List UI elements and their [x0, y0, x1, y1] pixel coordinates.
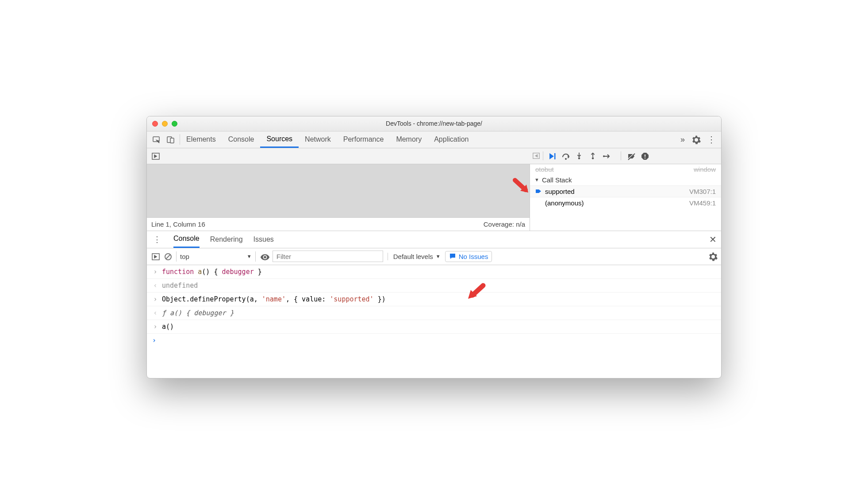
- tab-memory[interactable]: Memory: [390, 131, 428, 148]
- clear-console-icon[interactable]: [164, 252, 172, 260]
- log-levels-select[interactable]: Default levels ▼: [388, 253, 441, 260]
- console-input-line: › Object.defineProperty(a, 'name', { val…: [147, 293, 721, 306]
- sources-content: Line 1, Column 16 Coverage: n/a otobutwi…: [147, 164, 721, 231]
- show-navigator-icon[interactable]: [151, 152, 159, 160]
- current-frame-arrow-icon: [535, 188, 542, 194]
- inspect-icon[interactable]: [152, 135, 160, 143]
- input-chevron-icon: ›: [152, 295, 158, 303]
- svg-point-8: [592, 157, 594, 159]
- call-stack-frame-1[interactable]: (anonymous) VM459:1: [530, 197, 721, 208]
- tab-elements[interactable]: Elements: [180, 131, 222, 148]
- svg-point-6: [565, 158, 567, 160]
- resume-icon[interactable]: [548, 152, 556, 160]
- drawer-menu-icon[interactable]: ⋮: [151, 235, 163, 244]
- devtools-window: DevTools - chrome://new-tab-page/ Elemen…: [146, 116, 722, 378]
- minimize-window-button[interactable]: [162, 121, 168, 127]
- sources-toolbar: [147, 148, 721, 164]
- pause-exceptions-icon[interactable]: [641, 152, 649, 160]
- coverage-status: Coverage: n/a: [484, 220, 525, 228]
- source-status-bar: Line 1, Column 16 Coverage: n/a: [147, 217, 530, 231]
- source-editor-area: Line 1, Column 16 Coverage: n/a: [147, 164, 530, 231]
- step-out-icon[interactable]: [589, 152, 597, 160]
- drawer-tab-rendering[interactable]: Rendering: [210, 231, 243, 248]
- speech-bubble-icon: [449, 253, 456, 260]
- settings-gear-icon[interactable]: [692, 135, 700, 143]
- issues-indicator[interactable]: No Issues: [445, 251, 492, 262]
- live-expression-icon[interactable]: [260, 252, 268, 260]
- call-stack-frame-0[interactable]: supported VM307:1: [530, 185, 721, 197]
- svg-point-7: [578, 157, 580, 159]
- tab-performance[interactable]: Performance: [337, 131, 390, 148]
- zoom-window-button[interactable]: [172, 121, 177, 127]
- svg-point-9: [603, 155, 605, 157]
- console-input-line: › a(): [147, 320, 721, 334]
- titlebar: DevTools - chrome://new-tab-page/: [147, 116, 721, 131]
- tab-sources[interactable]: Sources: [260, 131, 299, 148]
- dropdown-triangle-icon: ▼: [247, 254, 252, 259]
- close-window-button[interactable]: [152, 121, 158, 127]
- tab-application[interactable]: Application: [428, 131, 475, 148]
- tab-console[interactable]: Console: [222, 131, 261, 148]
- result-chevron-icon: ›: [152, 309, 158, 317]
- console-toolbar: top ▼ Default levels ▼ No Issues: [147, 248, 721, 265]
- live-input-chevron-icon: ›: [152, 336, 156, 344]
- console-result-line: › undefined: [147, 279, 721, 293]
- svg-rect-12: [645, 154, 645, 157]
- step-into-icon[interactable]: [575, 152, 583, 160]
- step-icon[interactable]: [603, 152, 611, 160]
- input-chevron-icon: ›: [152, 323, 158, 331]
- debugger-panel: otobutwindow ▼ Call Stack supported VM30…: [530, 164, 721, 231]
- input-chevron-icon: ›: [152, 268, 158, 276]
- show-debugger-icon[interactable]: [532, 152, 540, 160]
- execution-context-select[interactable]: top ▼: [176, 251, 256, 262]
- window-title: DevTools - chrome://new-tab-page/: [147, 120, 721, 127]
- tab-network[interactable]: Network: [299, 131, 337, 148]
- console-result-line: › ƒ a() { debugger }: [147, 306, 721, 320]
- result-chevron-icon: ›: [152, 282, 158, 289]
- step-over-icon[interactable]: [561, 152, 569, 160]
- drawer-close-icon[interactable]: ✕: [709, 234, 717, 245]
- cursor-position: Line 1, Column 16: [151, 220, 205, 228]
- truncated-row: otobutwindow: [530, 164, 721, 174]
- drawer-tabs: ⋮ Console Rendering Issues ✕: [147, 231, 721, 248]
- drawer-tab-issues[interactable]: Issues: [253, 231, 274, 248]
- svg-rect-13: [645, 158, 645, 158]
- deactivate-breakpoints-icon[interactable]: [627, 152, 635, 160]
- traffic-lights: [152, 121, 177, 127]
- call-stack-header[interactable]: ▼ Call Stack: [530, 174, 721, 185]
- more-tabs-icon[interactable]: »: [680, 135, 685, 144]
- drawer-tab-console[interactable]: Console: [173, 231, 200, 248]
- dropdown-triangle-icon: ▼: [436, 254, 441, 259]
- console-input-line: › function a() { debugger }: [147, 265, 721, 279]
- expand-triangle-icon: ▼: [534, 177, 539, 182]
- console-settings-gear-icon[interactable]: [709, 252, 717, 260]
- svg-rect-5: [554, 153, 556, 159]
- console-filter-input[interactable]: [273, 251, 383, 262]
- console-output[interactable]: › function a() { debugger } › undefined …: [147, 265, 721, 378]
- console-sidebar-toggle-icon[interactable]: [151, 252, 159, 260]
- main-tabs: Elements Console Sources Network Perform…: [147, 131, 721, 148]
- svg-line-16: [166, 255, 170, 259]
- svg-rect-2: [170, 138, 174, 143]
- device-toggle-icon[interactable]: [166, 135, 174, 143]
- console-live-prompt[interactable]: ›: [147, 334, 721, 347]
